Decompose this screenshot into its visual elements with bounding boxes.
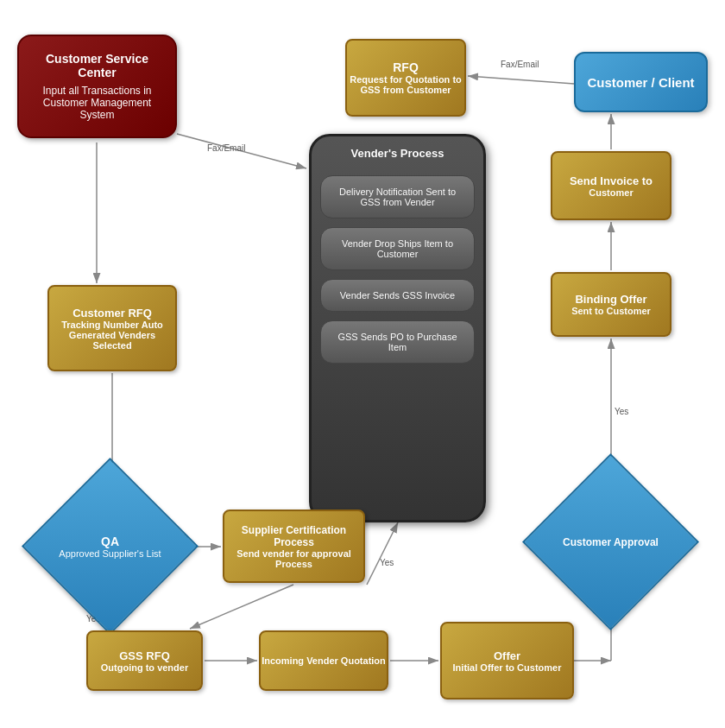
send-invoice-subtitle: Customer xyxy=(589,187,633,198)
vendor-step-1: Delivery Notification Sent to GSS from V… xyxy=(320,175,475,218)
rfq-box: RFQ Request for Quotation to GSS from Cu… xyxy=(345,39,466,117)
qa-diamond-wrapper: QA Approved Supplier's List xyxy=(47,484,173,609)
rfq-title: RFQ xyxy=(393,60,419,74)
gss-rfq-box: GSS RFQ Outgoing to vender xyxy=(86,630,203,691)
diagram-container: Fax/Email Fax/Email No Yes Yes Yes xyxy=(0,0,725,728)
binding-offer-title: Binding Offer xyxy=(575,293,646,306)
customer-label: Customer / Client xyxy=(587,75,694,90)
supplier-cert-box: Supplier Certification Process Send vend… xyxy=(223,510,365,583)
binding-offer-box: Binding Offer Sent to Customer xyxy=(551,272,671,337)
vendors-process-box: Vender's Process Delivery Notification S… xyxy=(309,134,486,522)
svg-text:Yes: Yes xyxy=(615,407,628,416)
send-invoice-title: Send Invoice to xyxy=(570,174,652,187)
vendors-process-title: Vender's Process xyxy=(351,147,444,160)
svg-line-20 xyxy=(367,522,398,585)
vendor-step-2: Vender Drop Ships Item to Customer xyxy=(320,227,475,270)
customer-service-center-box: Customer Service Center Input all Transa… xyxy=(17,35,177,138)
incoming-vendor-label: Incoming Vender Quotation xyxy=(262,655,386,666)
svg-line-10 xyxy=(190,585,293,629)
vendor-step-3: Vender Sends GSS Invoice xyxy=(320,279,475,312)
customer-approval-diamond-wrapper: Customer Approval xyxy=(548,479,673,605)
offer-initial-subtitle: Initial Offer to Customer xyxy=(453,662,562,673)
gss-rfq-subtitle: Outgoing to vender xyxy=(101,662,188,673)
customer-client-box: Customer / Client xyxy=(574,52,708,112)
supplier-cert-title: Supplier Certification Process xyxy=(224,524,363,548)
incoming-vendor-box: Incoming Vender Quotation xyxy=(259,630,388,691)
offer-initial-title: Offer xyxy=(494,649,520,662)
supplier-cert-subtitle: Send vender for approval Process xyxy=(224,548,363,569)
svg-text:Fax/Email: Fax/Email xyxy=(207,143,245,153)
svg-text:Yes: Yes xyxy=(380,558,394,567)
svg-line-4 xyxy=(177,134,306,168)
rfq-subtitle: Request for Quotation to GSS from Custom… xyxy=(347,74,464,95)
svg-text:Fax/Email: Fax/Email xyxy=(501,60,539,69)
customer-rfq-box: Customer RFQ Tracking Number Auto Genera… xyxy=(47,285,177,371)
binding-offer-subtitle: Sent to Customer xyxy=(571,306,651,316)
csc-subtitle: Input all Transactions in Customer Manag… xyxy=(28,85,167,121)
customer-approval-label: Customer Approval xyxy=(563,536,659,548)
csc-title: Customer Service Center xyxy=(28,52,167,79)
send-invoice-box: Send Invoice to Customer xyxy=(551,151,671,220)
vendor-step-4: GSS Sends PO to Purchase Item xyxy=(320,320,475,364)
customer-rfq-subtitle: Tracking Number Auto Generated Venders S… xyxy=(49,320,175,351)
gss-rfq-title: GSS RFQ xyxy=(119,649,170,662)
qa-subtitle: Approved Supplier's List xyxy=(59,548,161,559)
offer-initial-box: Offer Initial Offer to Customer xyxy=(440,622,574,700)
customer-rfq-title: Customer RFQ xyxy=(72,307,152,320)
svg-line-2 xyxy=(468,76,574,84)
qa-title: QA xyxy=(101,535,119,548)
